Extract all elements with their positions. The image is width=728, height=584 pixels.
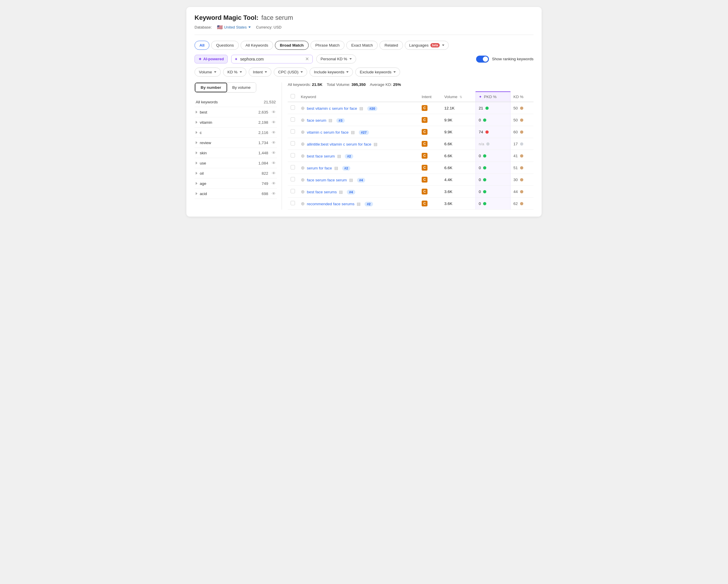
chevron-down-icon [249,26,251,28]
add-keyword-icon[interactable]: ⊕ [301,189,305,194]
row-checkbox[interactable] [291,201,295,205]
tabs-row: All Questions All Keywords Broad Match P… [194,41,534,50]
pkd-dot [486,130,489,134]
sidebar-item-oil[interactable]: oil 822 👁 [194,168,277,179]
keyword-link[interactable]: allintitle:best vitamin c serum for face [307,142,371,147]
tab-questions[interactable]: Questions [211,41,239,50]
keyword-link[interactable]: recommended face serums [307,202,355,206]
sidebar-all-keywords[interactable]: All keywords 21,532 [194,97,277,107]
personal-kd-button[interactable]: Personal KD % [316,54,357,63]
volume-cell: 3.6K [441,186,476,198]
tab-broad-match[interactable]: Broad Match [275,41,309,50]
include-keywords-button[interactable]: Include keywords [310,68,353,77]
tab-phrase-match[interactable]: Phrase Match [310,41,344,50]
personal-kd-label: Personal KD % [321,57,347,61]
tab-all-keywords[interactable]: All Keywords [240,41,273,50]
row-checkbox[interactable] [291,117,295,122]
kd-dot [520,202,523,205]
sidebar-item-c[interactable]: c 2,116 👁 [194,128,277,138]
sidebar-item-vitamin[interactable]: vitamin 2,198 👁 [194,117,277,128]
intent-badge: C [422,141,427,147]
keyword-link[interactable]: best face serum [307,154,335,158]
tab-related[interactable]: Related [380,41,403,50]
view-by-number-button[interactable]: By number [195,83,227,92]
keyword-link[interactable]: vitamin c serum for face [307,130,348,134]
db-country-selector[interactable]: 🇺🇸 United States [217,24,251,30]
sidebar-item-acid[interactable]: acid 698 👁 [194,189,277,199]
show-ranking-label: Show ranking keywords [492,57,534,61]
ai-search-input[interactable] [240,57,302,61]
chevron-right-icon [196,192,198,195]
kd-cell: 60 [510,126,534,138]
tab-exact-match[interactable]: Exact Match [346,41,378,50]
toggle-knob [483,56,488,62]
row-checkbox[interactable] [291,105,295,110]
add-keyword-icon[interactable]: ⊕ [301,165,305,170]
cpc-filter-button[interactable]: CPC (USD) [274,68,307,77]
tab-languages[interactable]: Languages beta [405,41,449,50]
kd-filter-button[interactable]: KD % [223,68,246,77]
pkd-value: n/a [479,142,484,146]
summary-all-value: 21.5K [312,82,322,87]
show-ranking-toggle[interactable] [476,56,489,62]
pkd-value: 74 [479,130,483,134]
table-row: ⊕ best face serum ▤ #2 C6.6K0 41 [288,150,534,162]
kd-value: 60 [513,130,518,134]
sort-icon: ⇅ [460,95,462,99]
ai-powered-badge[interactable]: ✦ AI-powered [194,55,228,63]
intent-filter-button[interactable]: Intent [249,68,272,77]
main-content: By number By volume All keywords 21,532 [194,82,534,210]
row-checkbox[interactable] [291,153,295,158]
page-header: Keyword Magic Tool: face serum [194,14,534,22]
add-keyword-icon[interactable]: ⊕ [301,117,305,123]
sidebar-keyword-acid: acid [200,191,207,196]
pkd-dot [483,118,486,122]
add-keyword-icon[interactable]: ⊕ [301,130,305,134]
sidebar-item-review[interactable]: review 1,734 👁 [194,138,277,148]
row-checkbox[interactable] [291,165,295,169]
keyword-link[interactable]: face serum [307,118,327,123]
tab-all[interactable]: All [194,41,209,50]
select-all-checkbox[interactable] [291,94,295,98]
pkd-value: 0 [479,202,481,206]
keyword-link[interactable]: best vitamin c serum for face [307,106,357,111]
sidebar-item-skin[interactable]: skin 1,448 👁 [194,148,277,158]
pkd-dot [483,202,486,205]
sidebar-item-best[interactable]: best 2,635 👁 [194,107,277,117]
clear-search-button[interactable]: ✕ [305,57,310,61]
volume-cell: 4.4K [441,174,476,186]
kd-dot [520,130,523,134]
volume-filter-button[interactable]: Volume [194,68,221,77]
volume-cell: 6.6K [441,162,476,174]
pkd-dot [483,178,486,181]
chevron-down-icon [346,71,348,73]
eye-icon: 👁 [272,191,276,196]
sidebar-item-use[interactable]: use 1,084 👁 [194,158,277,168]
star-icon: ✦ [234,57,238,61]
sidebar-item-age[interactable]: age 749 👁 [194,179,277,189]
kd-value: 44 [513,189,518,194]
row-checkbox[interactable] [291,177,295,181]
rank-badge: #20 [367,106,378,111]
add-keyword-icon[interactable]: ⊕ [301,153,305,158]
view-by-volume-button[interactable]: By volume [227,83,256,92]
keywords-table: Keyword Intent Volume ⇅ ✦ PKD % KD % ⊕ b… [288,91,534,210]
sidebar-keyword-vitamin: vitamin [200,120,212,125]
eye-icon: 👁 [272,120,276,125]
row-checkbox[interactable] [291,141,295,145]
pkd-dot [486,107,489,110]
add-keyword-icon[interactable]: ⊕ [301,106,305,111]
row-checkbox[interactable] [291,129,295,134]
keyword-link[interactable]: serum for face [307,166,332,170]
sidebar-count-best: 2,635 [258,110,268,114]
rank-badge: #27 [359,130,369,135]
add-keyword-icon[interactable]: ⊕ [301,201,305,206]
add-keyword-icon[interactable]: ⊕ [301,177,305,182]
keyword-link[interactable]: best face serums [307,190,337,194]
keyword-link[interactable]: face serum face serum [307,178,347,182]
kd-value: 41 [513,154,518,158]
exclude-keywords-button[interactable]: Exclude keywords [355,68,400,77]
row-checkbox[interactable] [291,189,295,193]
add-keyword-icon[interactable]: ⊕ [301,141,305,147]
rank-badge: #2 [342,166,350,170]
